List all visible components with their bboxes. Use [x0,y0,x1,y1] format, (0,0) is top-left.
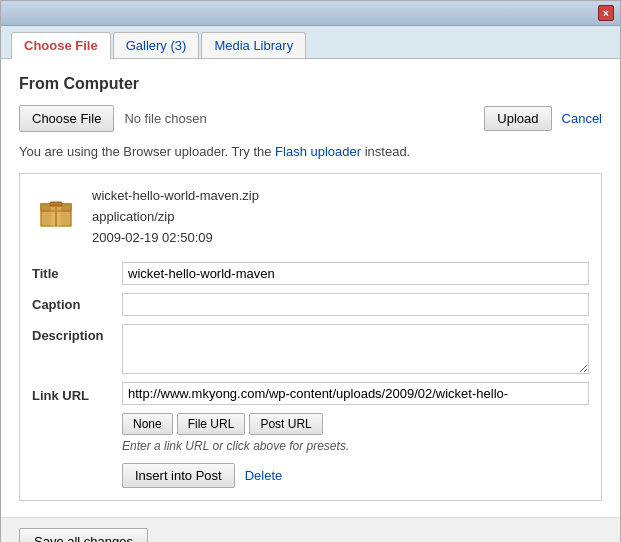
file-url-button[interactable]: File URL [177,413,246,435]
file-date: 2009-02-19 02:50:09 [92,228,259,249]
flash-uploader-link[interactable]: Flash uploader [275,144,361,159]
delete-link[interactable]: Delete [245,468,283,483]
file-name: wicket-hello-world-maven.zip [92,186,259,207]
tab-media-library[interactable]: Media Library [201,32,306,58]
tabs-bar: Choose File Gallery (3) Media Library [1,26,620,59]
description-label: Description [32,324,122,343]
link-url-input[interactable] [122,382,589,405]
media-upload-dialog: × Choose File Gallery (3) Media Library … [0,0,621,542]
link-url-label: Link URL [32,384,122,403]
uploader-info-text: You are using the Browser uploader. Try … [19,144,271,159]
cancel-link[interactable]: Cancel [562,111,602,126]
file-icon [32,186,80,234]
file-panel: wicket-hello-world-maven.zip application… [19,173,602,501]
title-row: Title [32,262,589,285]
save-all-changes-button[interactable]: Save all changes [19,528,148,542]
hint-text: Enter a link URL or click above for pres… [122,439,589,453]
caption-label: Caption [32,293,122,312]
title-label: Title [32,262,122,281]
file-type: application/zip [92,207,259,228]
file-upload-row: Choose File No file chosen Upload Cancel [19,105,602,132]
upload-button[interactable]: Upload [484,106,551,131]
tab-gallery[interactable]: Gallery (3) [113,32,200,58]
dialog-footer: Save all changes [1,517,620,542]
description-row: Description [32,324,589,374]
no-file-label: No file chosen [124,111,206,126]
close-button[interactable]: × [598,5,614,21]
caption-row: Caption [32,293,589,316]
none-button[interactable]: None [122,413,173,435]
uploader-suffix: instead. [365,144,411,159]
uploader-info: You are using the Browser uploader. Try … [19,144,602,159]
description-input[interactable] [122,324,589,374]
action-row: Insert into Post Delete [122,463,589,488]
caption-input[interactable] [122,293,589,316]
main-content: From Computer Choose File No file chosen… [1,59,620,517]
link-url-row: Link URL [32,382,589,405]
dialog-titlebar: × [1,1,620,26]
title-input[interactable] [122,262,589,285]
insert-into-post-button[interactable]: Insert into Post [122,463,235,488]
preset-buttons: None File URL Post URL [122,413,589,435]
file-info: wicket-hello-world-maven.zip application… [92,186,259,248]
file-header: wicket-hello-world-maven.zip application… [32,186,589,248]
post-url-button[interactable]: Post URL [249,413,322,435]
section-title: From Computer [19,75,602,93]
tab-choose-file[interactable]: Choose File [11,32,111,59]
choose-file-button[interactable]: Choose File [19,105,114,132]
